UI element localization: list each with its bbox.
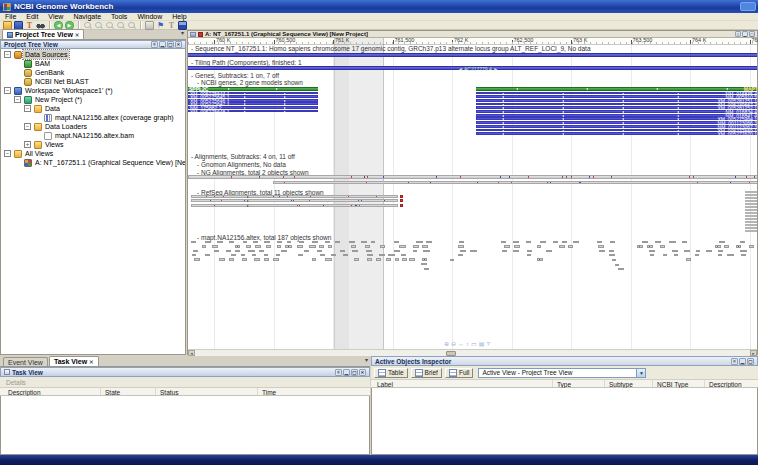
track-label-alignments[interactable]: - Alignments, Subtracks: 4 on, 11 off <box>191 153 295 160</box>
read-box[interactable] <box>320 254 324 256</box>
read-box[interactable] <box>609 254 614 256</box>
tree-item-bam[interactable]: BAM <box>1 59 185 68</box>
read-box[interactable] <box>450 259 454 261</box>
transcript-nm-001123067-3[interactable]: NM_001123067.3 <box>476 125 757 128</box>
read-box[interactable] <box>660 245 665 247</box>
zoom-sequence-icon[interactable] <box>116 21 125 30</box>
chevron-down-icon[interactable] <box>181 21 184 39</box>
read-box[interactable] <box>426 241 432 243</box>
minimize-button[interactable] <box>159 41 166 48</box>
refseq-alignment-segment[interactable] <box>745 224 757 226</box>
read-box[interactable] <box>325 241 330 243</box>
read-box[interactable] <box>502 250 508 252</box>
read-box[interactable] <box>253 241 258 243</box>
read-box[interactable] <box>458 245 464 247</box>
component-label[interactable]: AC217779.4 <box>433 67 523 72</box>
refseq-alignment-segment[interactable] <box>745 215 757 217</box>
read-box[interactable] <box>376 258 381 260</box>
menu-item-view[interactable]: View <box>43 13 68 21</box>
tree-expander-icon[interactable]: − <box>4 51 11 58</box>
read-box[interactable] <box>706 250 712 252</box>
read-box[interactable] <box>637 245 643 247</box>
read-box[interactable] <box>219 258 225 260</box>
read-box[interactable] <box>718 250 723 252</box>
read-box[interactable] <box>597 241 602 243</box>
read-box[interactable] <box>264 254 268 256</box>
read-box[interactable] <box>212 245 218 247</box>
read-box[interactable] <box>686 258 691 260</box>
read-box[interactable] <box>354 258 359 260</box>
read-box[interactable] <box>649 250 655 252</box>
gene-bar-right[interactable]: MAPT <box>476 87 757 91</box>
read-box[interactable] <box>242 258 248 260</box>
read-box[interactable] <box>366 250 372 252</box>
menu-item-edit[interactable]: Edit <box>21 13 43 21</box>
task-maximize-button[interactable] <box>351 369 358 376</box>
column-header-description[interactable]: Description <box>709 381 742 388</box>
read-box[interactable] <box>229 241 234 243</box>
read-box[interactable] <box>351 245 356 247</box>
read-box[interactable] <box>642 241 648 243</box>
inspector-menu-button[interactable] <box>731 358 738 365</box>
read-box[interactable] <box>205 241 211 243</box>
read-box[interactable] <box>719 241 725 243</box>
column-header-state[interactable]: State <box>105 389 120 396</box>
sequence-canvas[interactable]: - Sequence NT_167251.1: Homo sapiens chr… <box>188 45 757 349</box>
view-minimize-button[interactable] <box>742 31 748 37</box>
transcript-nm-016835-4[interactable]: NM_016835.4 <box>476 92 757 95</box>
tree-expander-icon[interactable]: − <box>24 123 31 130</box>
tiling-path-bar[interactable]: AC217779.4 <box>188 66 757 70</box>
horizontal-scrollbar[interactable] <box>188 349 757 356</box>
read-box[interactable] <box>684 250 690 252</box>
read-box[interactable] <box>191 241 196 243</box>
read-box[interactable] <box>669 241 675 243</box>
zoom-out-overlay-icon[interactable]: ⊖ <box>451 341 456 347</box>
read-box[interactable] <box>599 250 605 252</box>
read-box[interactable] <box>194 258 200 260</box>
read-box[interactable] <box>312 258 317 260</box>
read-box[interactable] <box>298 254 303 256</box>
menu-item-tools[interactable]: Tools <box>106 13 132 21</box>
transcript-xm-005239667-3[interactable]: XM_005239667.3 <box>476 103 757 106</box>
read-box[interactable] <box>371 241 375 243</box>
read-box[interactable] <box>423 250 429 252</box>
read-box[interactable] <box>650 254 655 256</box>
read-box[interactable] <box>568 245 573 247</box>
tree-item-ncbi-net-blast[interactable]: NCBI Net BLAST <box>1 77 185 86</box>
track-label-mapt[interactable]: - mapt.NA12156.altex, total 187 objects … <box>197 234 331 241</box>
read-box[interactable] <box>504 245 510 247</box>
read-box[interactable] <box>741 254 746 256</box>
inspector-button-full[interactable]: Full <box>445 368 473 378</box>
tree-expander-icon[interactable]: + <box>24 141 31 148</box>
read-box[interactable] <box>696 250 700 252</box>
menu-item-help[interactable]: Help <box>167 13 191 21</box>
read-box[interactable] <box>217 241 223 243</box>
inspector-minimize-button[interactable] <box>739 358 746 365</box>
read-box[interactable] <box>394 241 398 243</box>
read-box[interactable] <box>273 258 279 260</box>
read-box[interactable] <box>459 241 464 243</box>
refseq-alignment-segment[interactable] <box>745 221 757 223</box>
refseq-alignment-segment[interactable] <box>745 206 757 208</box>
refseq-alignment-segment[interactable] <box>745 218 757 220</box>
read-box[interactable] <box>514 245 520 247</box>
column-header-time[interactable]: Time <box>262 389 276 396</box>
read-box[interactable] <box>241 254 246 256</box>
column-header-subtype[interactable]: Subtype <box>609 381 633 388</box>
read-box[interactable] <box>402 258 406 260</box>
read-box[interactable] <box>214 250 219 252</box>
read-box[interactable] <box>672 250 677 252</box>
read-box[interactable] <box>718 254 723 256</box>
refseq-alignment-segment[interactable] <box>745 227 757 229</box>
menu-item-file[interactable]: File <box>0 13 21 21</box>
read-box[interactable] <box>695 254 699 256</box>
read-box[interactable] <box>386 258 391 260</box>
read-box[interactable] <box>458 254 463 256</box>
read-box[interactable] <box>612 259 616 261</box>
read-box[interactable] <box>422 245 428 247</box>
read-box[interactable] <box>715 245 721 247</box>
read-box[interactable] <box>537 258 543 260</box>
read-box[interactable] <box>413 250 417 252</box>
tree-item-data-sources[interactable]: −Data Sources <box>1 50 185 59</box>
close-button[interactable] <box>175 41 182 48</box>
